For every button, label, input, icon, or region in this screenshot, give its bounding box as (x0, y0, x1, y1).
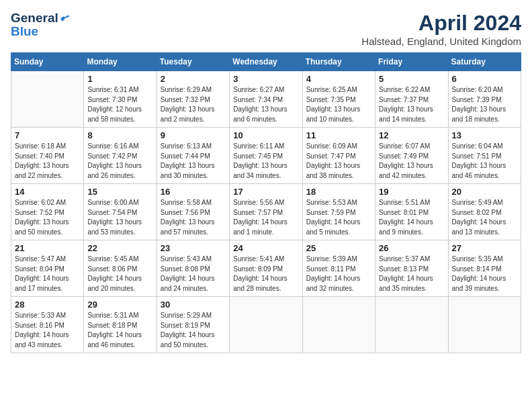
calendar-cell: 11Sunrise: 6:09 AMSunset: 7:47 PMDayligh… (302, 128, 375, 184)
calendar-cell: 13Sunrise: 6:04 AMSunset: 7:51 PMDayligh… (448, 128, 521, 184)
day-info: Sunrise: 5:29 AMSunset: 8:19 PMDaylight:… (161, 311, 226, 350)
main-title: April 2024 (361, 11, 521, 36)
calendar-cell: 18Sunrise: 5:53 AMSunset: 7:59 PMDayligh… (302, 184, 375, 240)
calendar-cell: 14Sunrise: 6:02 AMSunset: 7:52 PMDayligh… (11, 184, 84, 240)
calendar-cell: 19Sunrise: 5:51 AMSunset: 8:01 PMDayligh… (375, 184, 448, 240)
calendar-cell: 12Sunrise: 6:07 AMSunset: 7:49 PMDayligh… (375, 128, 448, 184)
calendar-week-5: 28Sunrise: 5:33 AMSunset: 8:16 PMDayligh… (11, 297, 521, 353)
calendar-cell: 20Sunrise: 5:49 AMSunset: 8:02 PMDayligh… (448, 184, 521, 240)
calendar-cell (230, 297, 302, 353)
day-number: 9 (161, 130, 226, 140)
day-info: Sunrise: 6:31 AMSunset: 7:30 PMDaylight:… (87, 85, 152, 124)
day-info: Sunrise: 6:20 AMSunset: 7:39 PMDaylight:… (452, 85, 517, 124)
day-number: 22 (87, 243, 152, 253)
day-number: 21 (15, 243, 80, 253)
day-number: 1 (87, 74, 152, 84)
calendar-cell: 16Sunrise: 5:58 AMSunset: 7:56 PMDayligh… (157, 184, 229, 240)
calendar-cell: 29Sunrise: 5:31 AMSunset: 8:18 PMDayligh… (84, 297, 157, 353)
calendar-week-4: 21Sunrise: 5:47 AMSunset: 8:04 PMDayligh… (11, 240, 521, 297)
day-number: 25 (306, 243, 371, 253)
day-number: 24 (233, 243, 298, 253)
day-info: Sunrise: 6:02 AMSunset: 7:52 PMDaylight:… (15, 198, 80, 237)
day-info: Sunrise: 6:25 AMSunset: 7:35 PMDaylight:… (306, 85, 371, 124)
day-info: Sunrise: 5:43 AMSunset: 8:08 PMDaylight:… (161, 255, 226, 293)
calendar-cell: 15Sunrise: 6:00 AMSunset: 7:54 PMDayligh… (84, 184, 157, 240)
calendar-cell (375, 297, 448, 353)
day-number: 17 (233, 187, 298, 197)
calendar-table: SundayMondayTuesdayWednesdayThursdayFrid… (11, 52, 521, 353)
day-number: 30 (161, 300, 226, 310)
header-wednesday: Wednesday (230, 53, 302, 71)
day-info: Sunrise: 5:45 AMSunset: 8:06 PMDaylight:… (87, 255, 152, 293)
day-number: 6 (452, 74, 517, 84)
day-number: 23 (161, 243, 226, 253)
day-info: Sunrise: 5:39 AMSunset: 8:11 PMDaylight:… (306, 255, 371, 293)
calendar-cell: 23Sunrise: 5:43 AMSunset: 8:08 PMDayligh… (157, 240, 229, 297)
day-info: Sunrise: 5:35 AMSunset: 8:14 PMDaylight:… (452, 255, 517, 293)
day-info: Sunrise: 5:49 AMSunset: 8:02 PMDaylight:… (452, 198, 517, 237)
header-sunday: Sunday (11, 53, 84, 71)
day-number: 14 (15, 187, 80, 197)
calendar-cell: 4Sunrise: 6:25 AMSunset: 7:35 PMDaylight… (302, 71, 375, 128)
header-monday: Monday (84, 53, 157, 71)
title-block: April 2024 Halstead, England, United Kin… (361, 11, 521, 47)
day-number: 20 (452, 187, 517, 197)
page-header: General Blue April 2024 Halstead, Englan… (11, 11, 521, 47)
day-number: 18 (306, 187, 371, 197)
day-info: Sunrise: 5:37 AMSunset: 8:13 PMDaylight:… (379, 255, 444, 293)
day-number: 4 (306, 74, 371, 84)
day-info: Sunrise: 5:56 AMSunset: 7:57 PMDaylight:… (233, 198, 298, 237)
day-info: Sunrise: 6:09 AMSunset: 7:47 PMDaylight:… (306, 142, 371, 181)
logo-bird-icon (60, 13, 71, 23)
day-info: Sunrise: 6:07 AMSunset: 7:49 PMDaylight:… (379, 142, 444, 181)
day-info: Sunrise: 5:47 AMSunset: 8:04 PMDaylight:… (15, 255, 80, 293)
day-number: 10 (233, 130, 298, 140)
header-saturday: Saturday (448, 53, 521, 71)
calendar-cell: 22Sunrise: 5:45 AMSunset: 8:06 PMDayligh… (84, 240, 157, 297)
header-tuesday: Tuesday (157, 53, 229, 71)
calendar-cell: 7Sunrise: 6:18 AMSunset: 7:40 PMDaylight… (11, 128, 84, 184)
calendar-cell: 1Sunrise: 6:31 AMSunset: 7:30 PMDaylight… (84, 71, 157, 128)
day-info: Sunrise: 5:58 AMSunset: 7:56 PMDaylight:… (161, 198, 226, 237)
day-info: Sunrise: 6:11 AMSunset: 7:45 PMDaylight:… (233, 142, 298, 181)
day-number: 11 (306, 130, 371, 140)
day-info: Sunrise: 6:00 AMSunset: 7:54 PMDaylight:… (87, 198, 152, 237)
calendar-cell: 28Sunrise: 5:33 AMSunset: 8:16 PMDayligh… (11, 297, 84, 353)
calendar-cell: 6Sunrise: 6:20 AMSunset: 7:39 PMDaylight… (448, 71, 521, 128)
day-number: 27 (452, 243, 517, 253)
calendar-cell: 24Sunrise: 5:41 AMSunset: 8:09 PMDayligh… (230, 240, 302, 297)
day-info: Sunrise: 5:33 AMSunset: 8:16 PMDaylight:… (15, 311, 80, 350)
header-friday: Friday (375, 53, 448, 71)
calendar-cell (302, 297, 375, 353)
day-info: Sunrise: 6:13 AMSunset: 7:44 PMDaylight:… (161, 142, 226, 181)
day-number: 3 (233, 74, 298, 84)
day-number: 26 (379, 243, 444, 253)
calendar-cell: 9Sunrise: 6:13 AMSunset: 7:44 PMDaylight… (157, 128, 229, 184)
calendar-cell: 26Sunrise: 5:37 AMSunset: 8:13 PMDayligh… (375, 240, 448, 297)
calendar-week-3: 14Sunrise: 6:02 AMSunset: 7:52 PMDayligh… (11, 184, 521, 240)
day-number: 19 (379, 187, 444, 197)
day-number: 15 (87, 187, 152, 197)
day-number: 29 (87, 300, 152, 310)
calendar-week-2: 7Sunrise: 6:18 AMSunset: 7:40 PMDaylight… (11, 128, 521, 184)
calendar-week-1: 1Sunrise: 6:31 AMSunset: 7:30 PMDaylight… (11, 71, 521, 128)
day-info: Sunrise: 6:27 AMSunset: 7:34 PMDaylight:… (233, 85, 298, 124)
subtitle: Halstead, England, United Kingdom (361, 36, 521, 47)
day-info: Sunrise: 5:53 AMSunset: 7:59 PMDaylight:… (306, 198, 371, 237)
day-info: Sunrise: 5:31 AMSunset: 8:18 PMDaylight:… (87, 311, 152, 350)
calendar-cell (11, 71, 84, 128)
day-info: Sunrise: 6:18 AMSunset: 7:40 PMDaylight:… (15, 142, 80, 181)
calendar-cell: 25Sunrise: 5:39 AMSunset: 8:11 PMDayligh… (302, 240, 375, 297)
calendar-cell: 21Sunrise: 5:47 AMSunset: 8:04 PMDayligh… (11, 240, 84, 297)
calendar-cell: 3Sunrise: 6:27 AMSunset: 7:34 PMDaylight… (230, 71, 302, 128)
calendar-cell (448, 297, 521, 353)
day-number: 28 (15, 300, 80, 310)
calendar-cell: 2Sunrise: 6:29 AMSunset: 7:32 PMDaylight… (157, 71, 229, 128)
day-number: 5 (379, 74, 444, 84)
day-number: 16 (161, 187, 226, 197)
day-info: Sunrise: 6:16 AMSunset: 7:42 PMDaylight:… (87, 142, 152, 181)
day-number: 2 (161, 74, 226, 84)
calendar-cell: 27Sunrise: 5:35 AMSunset: 8:14 PMDayligh… (448, 240, 521, 297)
calendar-cell: 30Sunrise: 5:29 AMSunset: 8:19 PMDayligh… (157, 297, 229, 353)
day-number: 8 (87, 130, 152, 140)
